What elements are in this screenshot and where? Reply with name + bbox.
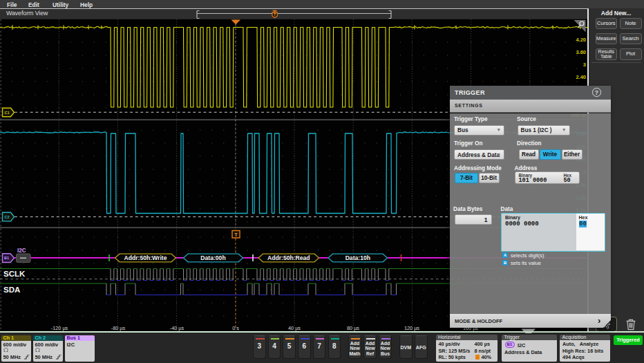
svg-text:SDA: SDA xyxy=(3,286,20,294)
svg-text:2.40: 2.40 xyxy=(576,74,586,80)
svg-text:3: 3 xyxy=(583,62,586,68)
svg-text:T: T xyxy=(274,12,276,17)
svg-text:C2: C2 xyxy=(4,215,9,219)
svg-text:3.60: 3.60 xyxy=(576,49,586,55)
svg-text:4.20: 4.20 xyxy=(576,37,586,43)
svg-text:I2C: I2C xyxy=(17,248,26,254)
svg-text:C1: C1 xyxy=(4,111,9,115)
svg-text:0 s: 0 s xyxy=(232,325,239,331)
svg-text:80 µs: 80 µs xyxy=(347,325,359,331)
svg-text:SCLK: SCLK xyxy=(3,270,26,278)
svg-text:B1: B1 xyxy=(4,256,9,260)
svg-text:-80 µs: -80 µs xyxy=(111,325,126,331)
svg-text:Addr:50h:Read: Addr:50h:Read xyxy=(267,254,310,261)
svg-text:40 µs: 40 µs xyxy=(288,325,301,331)
svg-text:Data:10h: Data:10h xyxy=(345,254,370,261)
svg-text:Data:00h: Data:00h xyxy=(200,254,225,261)
svg-text:T: T xyxy=(234,232,238,238)
svg-text:-40 µs: -40 µs xyxy=(170,325,184,331)
svg-text:-120 µs: -120 µs xyxy=(51,325,68,331)
svg-text:120 µs: 120 µs xyxy=(404,325,419,331)
svg-text:Addr:50h:Write: Addr:50h:Write xyxy=(124,254,167,261)
